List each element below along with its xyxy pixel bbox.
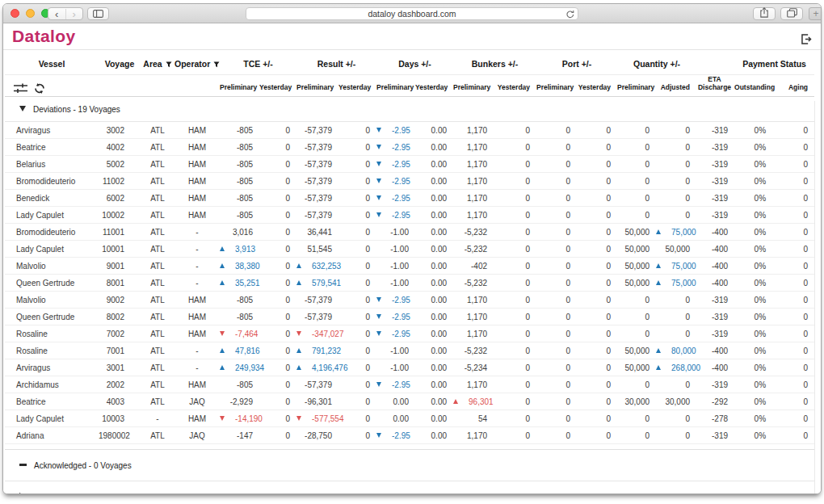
refresh-button[interactable] xyxy=(34,83,45,94)
table-row[interactable]: Rosaline7002ATLHAM-7,4640-347,0270-2.950… xyxy=(5,326,814,342)
address-text: dataloy dashboard.com xyxy=(368,9,456,19)
cell-quantity-adjusted: 0 xyxy=(656,207,696,224)
cell-tce-yesterday: 0 xyxy=(259,309,296,326)
section-header-acknowledged[interactable]: Acknowledged - 0 Voyages xyxy=(5,450,814,481)
cell-voyage: 10001 xyxy=(99,241,141,258)
cell-days-preliminary: -2.95 xyxy=(376,326,415,342)
cell-tce-yesterday: 0 xyxy=(259,156,296,173)
table-row[interactable]: Lady Capulet10003-HAM-14,1900-577,55400.… xyxy=(5,410,814,427)
table-row[interactable]: Lady Capulet10001ATL-3,913051,5450-1.000… xyxy=(5,241,814,258)
table-row[interactable]: Arviragus3001ATL-249,93404,196,4760-1.00… xyxy=(5,359,814,376)
table-row[interactable]: Malvolio9002ATLHAM-8050-57,3790-2.950.00… xyxy=(5,292,814,309)
cell-quantity-preliminary: 0 xyxy=(617,156,656,173)
cell-aging: 0 xyxy=(772,376,814,393)
cell-voyage: 4003 xyxy=(99,393,141,410)
column-header-result-preliminary: Preliminary xyxy=(296,75,338,97)
cell-bunkers-preliminary: 1,170 xyxy=(453,122,494,139)
cell-quantity-adjusted: 30,000 xyxy=(656,393,696,410)
back-button[interactable]: ‹ xyxy=(48,9,65,19)
cell-port-yesterday: 0 xyxy=(577,156,617,173)
share-button[interactable] xyxy=(753,7,776,20)
cell-port-yesterday: 0 xyxy=(577,190,617,207)
cell-bunkers-preliminary: 1,170 xyxy=(453,190,494,207)
section-header-deviations[interactable]: Deviations - 19 Voyages xyxy=(5,97,814,122)
cell-port-preliminary: 0 xyxy=(536,241,577,258)
cell-vessel: Malvolio xyxy=(5,258,99,275)
table-row[interactable]: Arviragus3002ATLHAM-8050-57,3790-2.950.0… xyxy=(5,122,814,139)
table-row[interactable]: Lady Capulet10002ATLHAM-8050-57,3790-2.9… xyxy=(5,207,814,224)
cell-vessel: Beatrice xyxy=(5,139,99,156)
cell-aging: 0 xyxy=(772,190,814,207)
cell-days-yesterday: 0.00 xyxy=(415,173,453,190)
cell-result-preliminary: -57,379 xyxy=(296,139,338,156)
cell-area: ATL xyxy=(141,292,174,309)
cell-operator: HAM xyxy=(174,156,220,173)
cell-result-preliminary: 791,232 xyxy=(296,342,338,359)
table-row[interactable]: Bromodideuterio11002ATLHAM-8050-57,3790-… xyxy=(5,173,814,190)
cell-eta-discharge: -319 xyxy=(696,309,734,326)
cell-eta-discharge: -319 xyxy=(696,122,734,139)
cell-bunkers-yesterday: 0 xyxy=(494,393,536,410)
cell-days-preliminary: -2.95 xyxy=(376,292,415,309)
sidebar-icon xyxy=(93,6,103,21)
cell-result-preliminary: -57,379 xyxy=(296,376,338,393)
table-row[interactable]: Malvolio9001ATL-38,3800632,2530-1.000.00… xyxy=(5,258,814,275)
up-arrow-icon xyxy=(220,348,225,353)
cell-quantity-adjusted: 0 xyxy=(656,292,696,309)
filter-icon-area[interactable] xyxy=(162,59,172,69)
section-toggle-icon[interactable] xyxy=(19,106,26,111)
cell-port-preliminary: 0 xyxy=(536,156,577,173)
table-row[interactable]: Adriana1980002ATLJAQ-1470-28,7500-2.950.… xyxy=(5,427,814,444)
cell-tce-yesterday: 0 xyxy=(259,122,296,139)
table-row[interactable]: Beatrice4002ATLHAM-8050-57,3790-2.950.00… xyxy=(5,139,814,156)
cell-quantity-adjusted: 0 xyxy=(656,376,696,393)
cell-area: ATL xyxy=(141,427,174,444)
sidebar-toggle-button[interactable] xyxy=(87,7,109,20)
section-toggle-icon[interactable] xyxy=(19,493,25,495)
cell-outstanding: 0% xyxy=(734,376,772,393)
cell-bunkers-yesterday: 0 xyxy=(494,156,536,173)
cell-tce-yesterday: 0 xyxy=(259,342,296,359)
minimize-window-button[interactable] xyxy=(26,9,35,18)
logout-button[interactable] xyxy=(801,33,812,48)
filter-icon-operator[interactable] xyxy=(210,59,220,69)
cell-aging: 0 xyxy=(772,207,814,224)
cell-area: ATL xyxy=(141,393,174,410)
cell-result-yesterday: 0 xyxy=(338,326,376,342)
section-header-no_deviations[interactable]: No Deviations - 6 Voyages xyxy=(5,481,814,495)
cell-result-preliminary: -57,379 xyxy=(296,309,338,326)
new-tab-button[interactable]: + xyxy=(809,7,822,20)
table-row[interactable]: Queen Gertrude8002ATLHAM-8050-57,3790-2.… xyxy=(5,309,814,326)
cell-quantity-adjusted: 0 xyxy=(656,410,696,427)
table-row[interactable]: Queen Gertrude8001ATL-35,2510579,5410-1.… xyxy=(5,275,814,292)
cell-days-yesterday: 0.00 xyxy=(415,393,453,410)
forward-button[interactable]: › xyxy=(65,9,83,19)
table-row[interactable]: Bromodideuterio11001ATL-3,016036,4410-1.… xyxy=(5,224,814,241)
cell-port-preliminary: 0 xyxy=(536,359,577,376)
table-row[interactable]: Rosaline7001ATL-47,8160791,2320-1.000.00… xyxy=(5,342,814,359)
table-row[interactable]: Archidamus2002ATLHAM-8050-57,3790-2.950.… xyxy=(5,376,814,393)
tab-overview-button[interactable] xyxy=(780,7,803,20)
filter-settings-button[interactable] xyxy=(14,83,27,94)
cell-result-preliminary: 579,541 xyxy=(296,275,338,292)
table-row[interactable]: Belarius5002ATLHAM-8050-57,3790-2.950.00… xyxy=(5,156,814,173)
cell-quantity-adjusted: 0 xyxy=(656,139,696,156)
cell-aging: 0 xyxy=(772,224,814,241)
cell-area: - xyxy=(141,410,174,427)
down-arrow-icon xyxy=(376,178,381,183)
browser-window: ‹ › dataloy dashboard.com xyxy=(2,3,822,494)
reload-icon[interactable] xyxy=(566,10,574,21)
table-row[interactable]: Beatrice4003ATLJAQ-2,9290-96,30100.000.0… xyxy=(5,393,814,410)
down-arrow-icon xyxy=(376,382,381,387)
up-arrow-icon xyxy=(296,280,301,285)
cell-operator: JAQ xyxy=(174,427,220,444)
table-row[interactable]: Benedick6002ATLHAM-8050-57,3790-2.950.00… xyxy=(5,190,814,207)
cell-aging: 0 xyxy=(772,275,814,292)
address-bar[interactable]: dataloy dashboard.com xyxy=(246,7,578,20)
plus-icon: + xyxy=(813,8,818,19)
cell-quantity-adjusted: 0 xyxy=(656,427,696,444)
section-toggle-icon[interactable] xyxy=(19,464,27,466)
cell-quantity-preliminary: 0 xyxy=(617,410,656,427)
cell-outstanding: 0% xyxy=(734,258,772,275)
close-window-button[interactable] xyxy=(11,9,19,18)
